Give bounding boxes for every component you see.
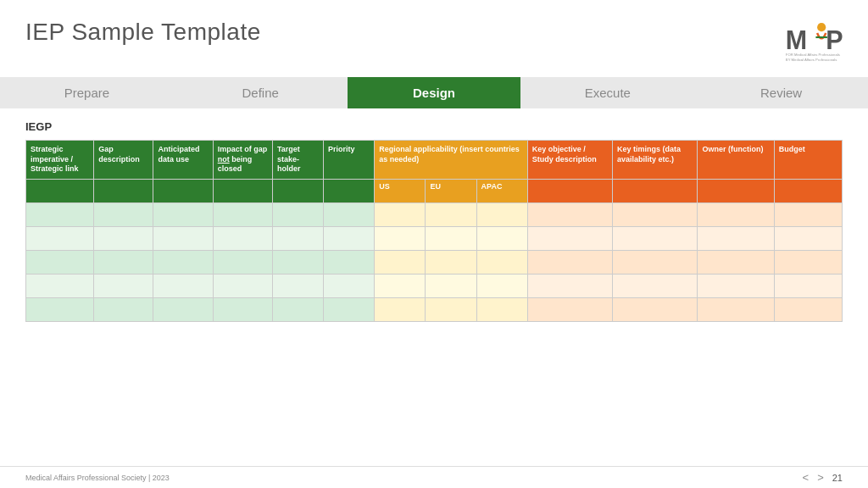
cell xyxy=(375,298,426,322)
cell xyxy=(153,227,213,251)
cell xyxy=(698,203,774,227)
sub-us: US xyxy=(375,180,426,203)
nav-next-button[interactable]: > xyxy=(817,471,824,484)
cell xyxy=(375,203,426,227)
cell xyxy=(426,251,476,274)
cell xyxy=(153,298,213,322)
col-regional: Regional applicability (insert countries… xyxy=(375,141,528,180)
cell xyxy=(94,203,153,227)
cell xyxy=(375,251,426,274)
header: IEP Sample Template M PS FOR Medical Aff… xyxy=(0,0,868,77)
cell xyxy=(324,298,375,322)
cell xyxy=(527,298,612,322)
cell xyxy=(213,298,272,322)
cell xyxy=(613,274,698,298)
svg-text:BY Medical Affairs Professiona: BY Medical Affairs Professionals xyxy=(786,58,837,62)
cell xyxy=(26,251,94,274)
sub-empty-5 xyxy=(272,180,323,203)
col-budget: Budget xyxy=(774,141,842,180)
sub-empty-4 xyxy=(213,180,272,203)
cell xyxy=(527,274,612,298)
cell xyxy=(476,227,527,251)
cell xyxy=(527,203,612,227)
sub-empty-7 xyxy=(527,180,612,203)
table-header-row: Strategic imperative / Strategic link Ga… xyxy=(26,141,843,180)
cell xyxy=(213,251,272,274)
svg-text:M: M xyxy=(786,25,807,54)
cell xyxy=(426,298,476,322)
sub-empty-10 xyxy=(774,180,842,203)
cell xyxy=(375,227,426,251)
logo: M PS FOR Medical Affairs Professionals B… xyxy=(783,19,843,69)
cell xyxy=(698,251,774,274)
cell xyxy=(698,274,774,298)
col-key-obj: Key objective / Study description xyxy=(527,141,612,180)
col-impact: Impact of gap not being closed xyxy=(213,141,272,180)
cell xyxy=(476,298,527,322)
cell xyxy=(774,251,842,274)
cell xyxy=(613,251,698,274)
sub-empty-8 xyxy=(613,180,698,203)
sub-eu: EU xyxy=(426,180,476,203)
sub-empty-1 xyxy=(26,180,94,203)
cell xyxy=(213,274,272,298)
cell xyxy=(153,203,213,227)
cell xyxy=(774,298,842,322)
cell xyxy=(213,203,272,227)
tab-design[interactable]: Design xyxy=(348,77,521,108)
cell xyxy=(272,298,323,322)
cell xyxy=(426,203,476,227)
svg-text:FOR Medical Affairs Profession: FOR Medical Affairs Professionals xyxy=(786,53,840,57)
tab-review[interactable]: Review xyxy=(694,77,868,108)
cell xyxy=(153,251,213,274)
cell xyxy=(94,274,153,298)
cell xyxy=(272,251,323,274)
cell xyxy=(213,227,272,251)
cell xyxy=(375,274,426,298)
table-sub-header-row: US EU APAC xyxy=(26,180,843,203)
table-row xyxy=(26,298,843,322)
section-label: IEGP xyxy=(25,120,843,133)
tab-prepare[interactable]: Prepare xyxy=(0,77,174,108)
iegp-table: Strategic imperative / Strategic link Ga… xyxy=(25,140,843,322)
cell xyxy=(426,274,476,298)
cell xyxy=(324,274,375,298)
sub-empty-6 xyxy=(324,180,375,203)
nav-tabs: Prepare Define Design Execute Review xyxy=(0,77,868,108)
footer-nav: < > 21 xyxy=(803,471,843,484)
slide: IEP Sample Template M PS FOR Medical Aff… xyxy=(0,0,868,488)
footer: Medical Affairs Professional Society | 2… xyxy=(0,466,868,488)
table-row xyxy=(26,274,843,298)
cell xyxy=(94,298,153,322)
cell xyxy=(698,298,774,322)
col-gap-desc: Gap description xyxy=(94,141,153,180)
cell xyxy=(272,203,323,227)
col-priority: Priority xyxy=(324,141,375,180)
cell xyxy=(272,227,323,251)
cell xyxy=(426,227,476,251)
footer-copyright: Medical Affairs Professional Society | 2… xyxy=(25,474,170,482)
main-content: IEGP Strategic imperative / Strategic li… xyxy=(0,108,868,466)
cell xyxy=(476,274,527,298)
svg-point-1 xyxy=(817,23,826,31)
cell xyxy=(94,251,153,274)
cell xyxy=(698,227,774,251)
page-number: 21 xyxy=(832,473,843,483)
col-owner: Owner (function) xyxy=(698,141,774,180)
cell xyxy=(774,227,842,251)
sub-empty-2 xyxy=(94,180,153,203)
sub-apac: APAC xyxy=(476,180,527,203)
cell xyxy=(613,298,698,322)
table-row xyxy=(26,251,843,274)
tab-execute[interactable]: Execute xyxy=(520,77,694,108)
cell xyxy=(527,251,612,274)
tab-define[interactable]: Define xyxy=(174,77,348,108)
cell xyxy=(324,251,375,274)
nav-prev-button[interactable]: < xyxy=(803,471,810,484)
cell xyxy=(774,274,842,298)
sub-empty-3 xyxy=(153,180,213,203)
cell xyxy=(94,227,153,251)
cell xyxy=(324,227,375,251)
cell xyxy=(324,203,375,227)
sub-empty-9 xyxy=(698,180,774,203)
